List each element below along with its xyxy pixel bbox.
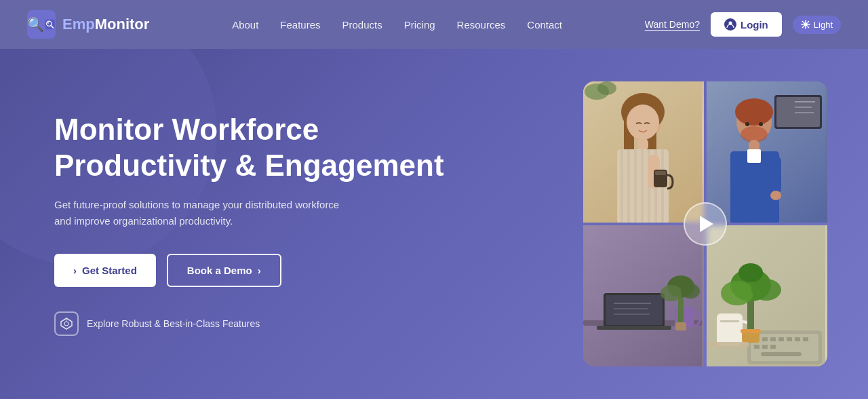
- theme-toggle[interactable]: Light: [793, 16, 841, 34]
- header-right: Want Demo? Login Light: [645, 12, 841, 37]
- svg-rect-28: [627, 149, 630, 223]
- hero-content: Monitor Workforce Productivity & Engagem…: [54, 112, 461, 337]
- svg-point-19: [597, 81, 616, 95]
- logo: EmpMonitor: [27, 10, 149, 39]
- nav-features[interactable]: Features: [280, 19, 320, 31]
- logo-emp: Emp: [62, 16, 95, 33]
- svg-point-44: [735, 98, 773, 126]
- play-overlay[interactable]: [684, 202, 727, 246]
- svg-rect-81: [717, 314, 743, 346]
- svg-point-47: [759, 122, 763, 126]
- svg-point-15: [64, 322, 68, 326]
- svg-line-11: [808, 26, 809, 28]
- user-icon: [724, 18, 736, 31]
- image-cell-bottom-left: [583, 225, 704, 366]
- svg-rect-51: [771, 156, 781, 193]
- book-demo-button[interactable]: Book a Demo ›: [167, 254, 281, 287]
- svg-point-24: [627, 104, 659, 140]
- svg-rect-90: [707, 342, 749, 347]
- get-started-button[interactable]: › Get Started: [54, 254, 156, 287]
- nav-about[interactable]: About: [232, 19, 258, 31]
- svg-line-12: [808, 22, 809, 23]
- nav-resources[interactable]: Resources: [457, 19, 506, 31]
- explore-features[interactable]: Explore Robust & Best-in-Class Features: [54, 311, 461, 336]
- svg-point-5: [804, 22, 808, 26]
- image-cell-bottom-right: [707, 225, 827, 366]
- get-started-arrow: ›: [73, 265, 77, 276]
- logo-monitor: Monitor: [95, 16, 150, 33]
- svg-point-85: [721, 281, 753, 305]
- svg-rect-30: [641, 149, 644, 223]
- svg-rect-72: [770, 337, 776, 341]
- explore-label: Explore Robust & Best-in-Class Features: [87, 318, 260, 329]
- nav-products[interactable]: Products: [342, 19, 382, 31]
- svg-rect-79: [770, 345, 776, 349]
- svg-rect-71: [762, 337, 768, 341]
- svg-rect-66: [675, 322, 686, 330]
- svg-rect-75: [795, 337, 800, 341]
- svg-rect-36: [655, 171, 666, 175]
- svg-rect-60: [597, 326, 671, 330]
- want-demo-link[interactable]: Want Demo?: [645, 19, 700, 30]
- light-label: Light: [814, 20, 833, 30]
- svg-rect-27: [620, 149, 623, 223]
- hero-image: [583, 81, 827, 366]
- hero-subtitle: Get future-proof solutions to manage you…: [54, 197, 353, 229]
- hero-title: Monitor Workforce Productivity & Engagem…: [54, 112, 461, 184]
- nav-pricing[interactable]: Pricing: [404, 19, 435, 31]
- svg-point-65: [681, 284, 700, 299]
- svg-rect-78: [762, 345, 768, 349]
- svg-line-13: [802, 26, 804, 28]
- svg-point-46: [745, 122, 749, 126]
- main-nav: About Features Products Pricing Resource…: [232, 19, 562, 31]
- svg-point-87: [738, 263, 763, 282]
- logo-icon: [27, 10, 56, 39]
- sun-icon: [801, 20, 810, 29]
- svg-point-52: [770, 191, 781, 200]
- svg-rect-89: [741, 329, 761, 333]
- svg-point-86: [751, 279, 781, 301]
- svg-rect-82: [720, 320, 739, 322]
- svg-rect-76: [803, 337, 808, 341]
- svg-rect-80: [761, 352, 802, 356]
- book-demo-label: Book a Demo: [187, 265, 252, 276]
- svg-rect-77: [754, 345, 760, 349]
- svg-point-64: [660, 285, 682, 301]
- svg-rect-29: [634, 149, 637, 223]
- image-cell-top-right: [707, 81, 827, 223]
- svg-rect-56: [606, 295, 663, 325]
- svg-rect-73: [778, 337, 784, 341]
- nav-contact[interactable]: Contact: [527, 19, 562, 31]
- login-label: Login: [741, 19, 768, 31]
- image-cell-top-left: [583, 81, 704, 223]
- svg-line-10: [802, 22, 804, 23]
- svg-rect-74: [787, 337, 792, 341]
- book-demo-arrow: ›: [258, 265, 261, 276]
- header: EmpMonitor About Features Products Prici…: [0, 0, 868, 49]
- logo-text: EmpMonitor: [62, 16, 149, 33]
- play-triangle-icon: [700, 216, 713, 232]
- svg-point-3: [47, 22, 49, 23]
- login-button[interactable]: Login: [711, 12, 782, 37]
- explore-icon: [54, 311, 79, 336]
- hero-buttons: › Get Started Book a Demo ›: [54, 254, 461, 287]
- svg-rect-50: [747, 149, 761, 163]
- hero-section: Monitor Workforce Productivity & Engagem…: [0, 49, 868, 399]
- get-started-label: Get Started: [82, 265, 137, 276]
